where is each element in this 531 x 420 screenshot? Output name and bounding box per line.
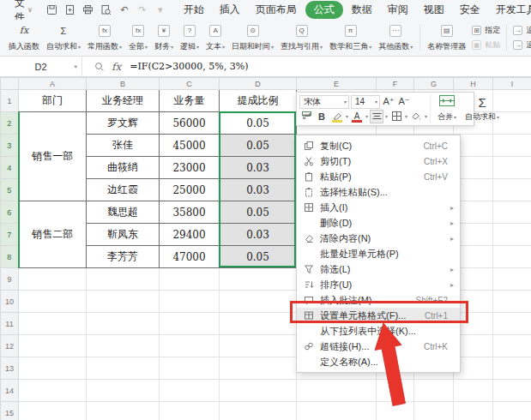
col-header-A[interactable]: A [19,78,87,90]
cell[interactable] [19,380,87,402]
cell[interactable] [87,313,160,335]
row-header-8[interactable]: 8 [1,246,19,268]
save-icon[interactable] [46,4,58,16]
cell[interactable] [297,402,377,420]
cell-A1[interactable]: 部门 [19,90,87,112]
row-header-9[interactable]: 9 [1,268,19,291]
menu-item-define-name[interactable]: 定义名称(A)... [297,354,460,369]
col-header-D[interactable]: D [220,78,297,90]
menu-item-batch-process-cells[interactable]: 批量处理单元格(P) [297,246,460,261]
math-trig-button[interactable]: π 数学和三角▾ [326,22,375,53]
cell[interactable] [493,135,531,157]
cell[interactable] [160,402,220,420]
row-header-12[interactable]: 12 [1,335,19,357]
align-center-button[interactable] [370,110,383,123]
formula-input[interactable]: =IF(C2>30000, 5%, 3%) [130,61,248,72]
menu-item-insert-comment[interactable]: 插入批注(M)... Shift+F2 [297,292,460,308]
menu-item-paste[interactable]: 粘贴(P) Ctrl+V [297,169,460,184]
row-header-10[interactable]: 10 [1,291,19,313]
cell-C6[interactable]: 35800 [160,201,220,224]
col-header-G[interactable]: G [414,78,454,90]
cell[interactable] [160,313,220,335]
cell[interactable] [87,357,160,380]
cell[interactable] [414,380,454,402]
menu-item-copy[interactable]: 复制(C) Ctrl+C [297,138,460,153]
menu-item-pick-from-dropdown-list[interactable]: 从下拉列表中选择(K)... [297,323,460,339]
col-header-I[interactable]: I [493,78,531,90]
tab-formulas[interactable]: 公式 [305,1,343,19]
cell[interactable] [87,380,160,402]
cell[interactable] [19,268,87,291]
cell-B2[interactable]: 罗文辉 [87,112,160,135]
cell-D5[interactable]: 0.03 [220,179,297,201]
export-icon[interactable] [64,4,76,16]
cell[interactable] [377,380,414,402]
menu-item-cut[interactable]: 剪切(T) Ctrl+X [297,153,460,169]
row-header-15[interactable]: 15 [1,402,19,420]
cell[interactable] [87,335,160,357]
cell-C7[interactable]: 29400 [160,224,220,246]
cell[interactable] [220,268,297,291]
insert-function-button[interactable]: fx 插入函数 [5,22,43,53]
cell-C3[interactable]: 45000 [160,135,220,157]
menu-item-format-cells[interactable]: 设置单元格格式(F)... Ctrl+1 [297,308,460,323]
menu-item-paste-special[interactable]: 选择性粘贴(S)... [297,184,460,200]
cell[interactable] [414,402,454,420]
tab-view[interactable]: 视图 [417,1,451,19]
trace-dependents-button[interactable]: → 追踪从属单元格 [513,39,531,51]
text-functions-button[interactable]: A 文本▾ [202,22,228,53]
cell-C5[interactable]: 25000 [160,179,220,201]
highlight-color-button[interactable] [330,110,344,123]
cell[interactable] [87,268,160,291]
cell[interactable] [454,402,493,420]
tab-review[interactable]: 审阅 [381,1,415,19]
define-names-button[interactable]: ⊞ 指定 [472,25,500,36]
cell-B4[interactable]: 曲筱绡 [87,157,160,179]
cell-B7[interactable]: 靳凤东 [87,224,160,246]
cell[interactable] [493,335,531,357]
cell[interactable] [493,179,531,201]
cell-A6-merged[interactable]: 销售二部 [19,201,87,268]
merge-cells-button[interactable]: 合并▾ [433,94,461,123]
row-header-2[interactable]: 2 [1,112,19,135]
date-time-button[interactable]: ⊙ 日期和时间▾ [228,22,277,53]
cell[interactable] [493,291,531,313]
cell-B3[interactable]: 张佳 [87,135,160,157]
cell[interactable] [220,380,297,402]
cell[interactable] [19,402,87,420]
cell-D1[interactable]: 提成比例 [220,90,297,112]
autosum-button[interactable]: Σ 自动求和▾ [43,22,84,53]
cell[interactable] [160,357,220,380]
col-header-H[interactable]: H [454,78,493,90]
print-preview-icon[interactable] [100,4,112,16]
cell[interactable] [493,380,531,402]
tab-home[interactable]: 开始 [177,1,211,19]
more-functions-button[interactable]: ⋯ 其他函数▾ [375,22,416,53]
cell-D4[interactable]: 0.03 [220,157,297,179]
cell-B6[interactable]: 魏思超 [87,201,160,224]
cell[interactable] [220,313,297,335]
tab-data[interactable]: 数据 [345,1,379,19]
font-size-select[interactable]: 14▾ [351,95,380,109]
cell[interactable] [220,402,297,420]
menu-item-clear-contents[interactable]: 清除内容(N) ▸ [297,231,460,246]
tab-page-layout[interactable]: 页面布局 [249,1,304,19]
cell[interactable] [377,402,414,420]
col-header-C[interactable]: C [160,78,220,90]
col-header-F[interactable]: F [377,78,414,90]
name-manager-button[interactable]: ▤ 名称管理器 [424,22,469,53]
tab-developer[interactable]: 开发工具 [489,1,531,19]
cell[interactable] [19,291,87,313]
cell-B8[interactable]: 李芳芳 [87,246,160,268]
row-header-5[interactable]: 5 [1,179,19,201]
financial-button[interactable]: ¥ 财务▾ [151,22,177,53]
cell-C8[interactable]: 47000 [160,246,220,268]
cell[interactable] [493,157,531,179]
row-header-3[interactable]: 3 [1,135,19,157]
more-commands-icon[interactable]: ▾ [154,4,166,16]
row-header-6[interactable]: 6 [1,201,19,224]
row-header-1[interactable]: 1 [1,90,19,112]
cell[interactable] [160,268,220,291]
common-functions-button[interactable]: fx 常用函数▾ [84,22,125,53]
logical-button[interactable]: ? 逻辑▾ [177,22,202,53]
